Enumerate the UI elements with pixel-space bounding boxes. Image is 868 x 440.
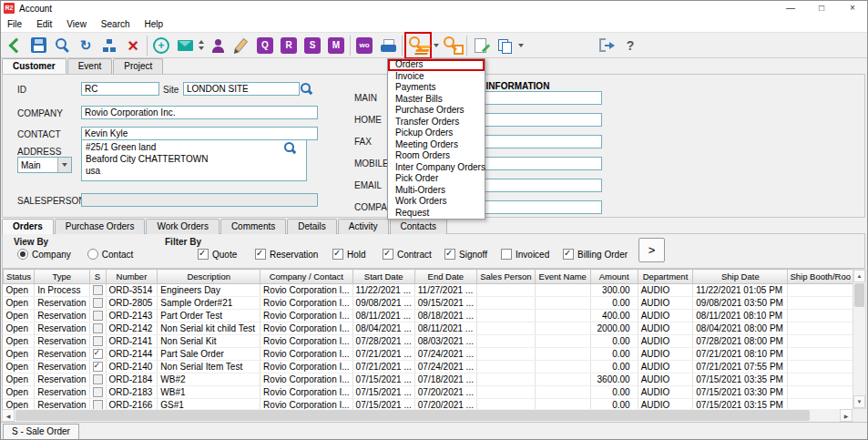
combo-arrow-button[interactable] [57, 158, 71, 172]
table-row[interactable]: OpenReservationORD-2166GS#1Rovio Corpora… [4, 399, 853, 410]
work-order-button[interactable]: wo [352, 34, 376, 57]
row-checkbox[interactable] [93, 400, 103, 409]
menu-option-pickup-orders[interactable]: Pickup Orders [388, 128, 485, 139]
menu-option-invoice[interactable]: Invoice [388, 71, 485, 83]
scroll-down-button[interactable]: ▼ [853, 395, 865, 408]
col-header-description[interactable]: Description [158, 270, 260, 284]
table-row[interactable]: OpenReservationORD-2805Sample Order#21Ro… [4, 297, 853, 310]
maximize-button[interactable]: □ [806, 0, 837, 16]
subtab-contacts[interactable]: Contacts [390, 219, 447, 234]
menu-option-transfer-orders[interactable]: Transfer Orders [388, 117, 485, 128]
master-button[interactable]: M [324, 34, 348, 57]
col-header-number[interactable]: Number [106, 270, 158, 284]
row-checkbox[interactable] [93, 349, 103, 359]
find-orders-dropdown[interactable] [432, 34, 441, 57]
col-header-ship-booth-roo[interactable]: Ship Booth/Roo [788, 270, 853, 284]
email-split-button[interactable] [197, 34, 206, 57]
tab-project[interactable]: Project [113, 58, 163, 74]
menu-edit[interactable]: Edit [29, 19, 59, 29]
copy-dropdown[interactable] [516, 34, 526, 57]
menu-view[interactable]: View [59, 19, 94, 29]
vertical-scrollbar[interactable]: ▲ ▼ [853, 269, 866, 409]
table-row[interactable]: OpenReservationORD-2142Non Serial kit ch… [4, 322, 853, 335]
reservation-button[interactable]: R [277, 34, 301, 57]
checkbox-invoiced[interactable]: Invoiced [501, 249, 549, 260]
col-header-event-name[interactable]: Event Name [535, 270, 590, 284]
menu-option-room-orders[interactable]: Room Orders [388, 150, 485, 162]
search-button[interactable] [50, 34, 74, 57]
checkbox-contract[interactable]: Contract [383, 249, 432, 260]
row-checkbox[interactable] [93, 362, 103, 372]
minimize-button[interactable]: — [775, 0, 806, 16]
row-checkbox[interactable] [93, 311, 103, 321]
col-header-end-date[interactable]: End Date [414, 270, 476, 284]
signoff-button[interactable]: S [301, 34, 324, 57]
col-header-ship-date[interactable]: Ship Date [693, 270, 788, 284]
scroll-up-button[interactable]: ▲ [853, 270, 865, 282]
menu-option-payments[interactable]: Payments [388, 82, 485, 94]
scroll-right-button[interactable]: ▶ [840, 409, 853, 422]
find-items-button[interactable] [441, 34, 465, 57]
edit-button[interactable] [230, 34, 253, 57]
expand-filter-button[interactable]: > [638, 238, 665, 262]
menu-help[interactable]: Help [138, 19, 171, 29]
menu-option-orders[interactable]: Orders [388, 59, 485, 71]
site-search-icon[interactable] [300, 82, 312, 95]
edit-document-button[interactable] [469, 34, 493, 57]
col-header-type[interactable]: Type [35, 270, 89, 284]
horizontal-scroll-thumb[interactable] [15, 410, 810, 421]
menu-option-inter-company-orders[interactable]: Inter Company Orders [388, 162, 485, 174]
checkbox-quote[interactable]: Quote [198, 249, 237, 260]
table-row[interactable]: OpenIn ProcessORD-3514Engineers DayRovio… [4, 284, 853, 297]
horizontal-scrollbar[interactable]: ◀ ▶ [2, 409, 853, 422]
scroll-left-button[interactable]: ◀ [2, 409, 15, 422]
menu-search[interactable]: Search [94, 19, 138, 29]
help-button[interactable]: ? [618, 34, 642, 57]
table-row[interactable]: OpenReservationORD-2144Part Sale OrderRo… [4, 348, 853, 361]
find-contact-button[interactable] [206, 34, 230, 57]
col-header-amount[interactable]: Amount [590, 270, 638, 284]
col-header-company-contact[interactable]: Company / Contact [260, 270, 353, 284]
checkbox-signoff[interactable]: Signoff [444, 249, 487, 260]
company-input[interactable] [81, 106, 318, 119]
checkbox-reservation[interactable]: Reservation [255, 249, 318, 260]
salesperson-input[interactable] [81, 193, 318, 207]
row-checkbox[interactable] [93, 336, 103, 346]
table-row[interactable]: OpenReservationORD-2141Non Serial KitRov… [4, 335, 853, 348]
row-checkbox[interactable] [93, 374, 103, 384]
address-box[interactable]: #25/1 Green land Beaford City CHATTERTOW… [81, 139, 307, 181]
menu-option-meeting-orders[interactable]: Meeting Orders [388, 139, 485, 151]
vertical-scroll-thumb[interactable] [854, 283, 864, 307]
menu-option-request[interactable]: Request [388, 208, 485, 220]
hierarchy-button[interactable] [97, 34, 121, 57]
menu-option-pick-order[interactable]: Pick Order [388, 173, 485, 185]
menu-file[interactable]: File [0, 19, 29, 29]
menu-option-purchase-orders[interactable]: Purchase Orders [388, 105, 485, 117]
table-row[interactable]: OpenReservationORD-2183WB#1Rovio Corpora… [4, 386, 853, 399]
radio-contact[interactable]: Contact [87, 249, 133, 260]
row-checkbox[interactable] [93, 298, 103, 308]
row-checkbox[interactable] [93, 387, 103, 397]
subtab-work-orders[interactable]: Work Orders [146, 219, 220, 234]
address-search-icon[interactable] [283, 141, 296, 154]
checkbox-hold[interactable]: Hold [332, 249, 366, 260]
table-row[interactable]: OpenReservationORD-2184WB#2Rovio Corpora… [4, 373, 853, 386]
close-button[interactable]: × [837, 0, 868, 16]
back-button[interactable] [3, 34, 26, 57]
row-checkbox[interactable] [93, 323, 103, 333]
refresh-button[interactable]: ↻ [74, 34, 97, 57]
subtab-activity[interactable]: Activity [338, 219, 389, 234]
col-header-status[interactable]: Status [4, 270, 35, 284]
save-button[interactable] [26, 34, 50, 57]
find-orders-button[interactable] [406, 34, 430, 57]
row-checkbox[interactable] [93, 285, 103, 295]
email-button[interactable] [173, 34, 197, 57]
add-button[interactable] [149, 34, 173, 57]
col-header-department[interactable]: Department [638, 270, 693, 284]
print-button[interactable] [376, 34, 400, 57]
subtab-comments[interactable]: Comments [220, 219, 286, 234]
subtab-purchase-orders[interactable]: Purchase Orders [55, 219, 146, 234]
subtab-details[interactable]: Details [287, 219, 337, 234]
menu-option-work-orders[interactable]: Work Orders [388, 196, 485, 208]
tab-customer[interactable]: Customer [2, 58, 66, 74]
